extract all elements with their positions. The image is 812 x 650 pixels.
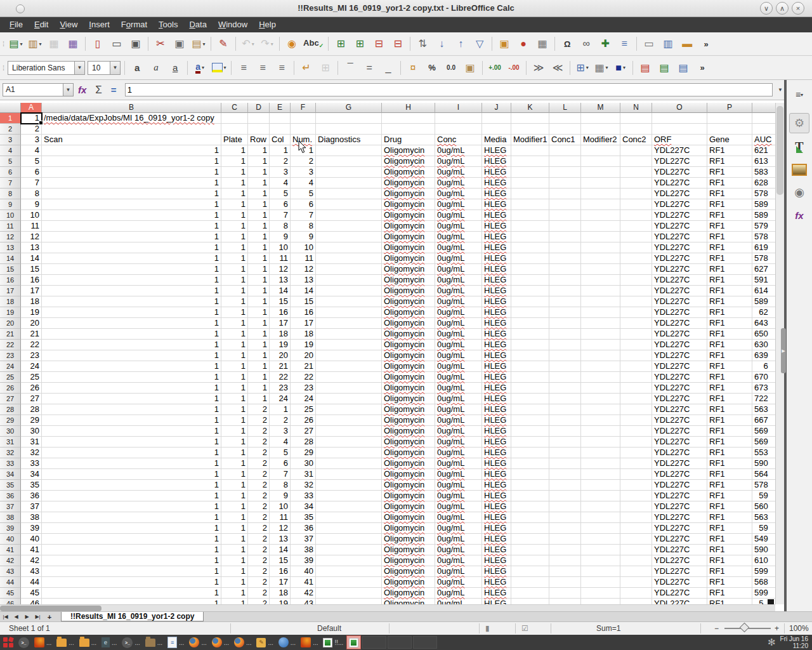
cell-K37[interactable]: [511, 501, 549, 512]
cell-M19[interactable]: [581, 307, 620, 318]
merge-cells-button[interactable]: ⊞: [317, 59, 334, 77]
cell-K10[interactable]: [511, 210, 549, 221]
cell-F17[interactable]: 14: [291, 286, 316, 296]
cell-Q5[interactable]: 613: [752, 156, 775, 167]
cell-E25[interactable]: 22: [270, 372, 291, 383]
cell-N21[interactable]: [620, 329, 652, 340]
cell-I33[interactable]: 0ug/mL: [435, 458, 482, 469]
cell-N22[interactable]: [620, 340, 652, 350]
cell-M2[interactable]: [581, 124, 620, 135]
cell-N43[interactable]: [620, 566, 652, 577]
sidebar-styles-button[interactable]: T: [790, 137, 809, 156]
cell-E23[interactable]: 20: [270, 350, 291, 361]
cell-J10[interactable]: HLEG: [482, 210, 511, 221]
cell-I34[interactable]: 0ug/mL: [435, 469, 482, 480]
cell-M1[interactable]: [581, 113, 620, 124]
cell-D29[interactable]: 2: [248, 415, 270, 426]
cell-I9[interactable]: 0ug/mL: [435, 199, 482, 210]
cell-N7[interactable]: [620, 178, 652, 189]
cell-C32[interactable]: 1: [221, 448, 248, 458]
cell-P42[interactable]: RF1: [707, 555, 752, 566]
cell-Q15[interactable]: 627: [752, 264, 775, 275]
cell-M30[interactable]: [581, 426, 620, 437]
cell-Q41[interactable]: 590: [752, 545, 775, 555]
cell-M20[interactable]: [581, 318, 620, 329]
cell-L39[interactable]: [549, 523, 581, 534]
cell-G25[interactable]: [316, 372, 382, 383]
cell-K45[interactable]: [511, 588, 549, 599]
find-replace-button[interactable]: ◉: [283, 35, 301, 53]
cell-P20[interactable]: RF1: [707, 318, 752, 329]
cell-P30[interactable]: RF1: [707, 426, 752, 437]
cell-O32[interactable]: YDL227C: [652, 448, 707, 458]
save-as-button[interactable]: ▦: [64, 35, 82, 53]
name-box-dropdown-icon[interactable]: ▼: [63, 83, 74, 96]
cell-K5[interactable]: [511, 156, 549, 167]
cell-O45[interactable]: YDL227C: [652, 588, 707, 599]
cell-Q30[interactable]: 569: [752, 426, 775, 437]
cell-I46[interactable]: 0ug/mL: [435, 599, 482, 604]
row-header-2[interactable]: 2: [0, 124, 21, 135]
menu-help[interactable]: Help: [253, 17, 282, 32]
cell-P33[interactable]: RF1: [707, 458, 752, 469]
cell-A46[interactable]: 46: [21, 599, 42, 604]
cell-M15[interactable]: [581, 264, 620, 275]
cell-Q39[interactable]: 59: [752, 523, 775, 534]
cell-K18[interactable]: [511, 296, 549, 307]
cell-B34[interactable]: 1: [42, 469, 221, 480]
cell-N36[interactable]: [620, 491, 652, 501]
cell-P43[interactable]: RF1: [707, 566, 752, 577]
cell-D14[interactable]: 1: [248, 253, 270, 264]
cell-C39[interactable]: 1: [221, 523, 248, 534]
cell-J23[interactable]: HLEG: [482, 350, 511, 361]
cell-L1[interactable]: [549, 113, 581, 124]
cell-O6[interactable]: YDL227C: [652, 167, 707, 178]
cell-B13[interactable]: 1: [42, 242, 221, 253]
row-header-42[interactable]: 42: [0, 555, 21, 566]
cell-G35[interactable]: [316, 480, 382, 491]
cell-P15[interactable]: RF1: [707, 264, 752, 275]
taskbar-item-terminal[interactable]: >_...: [120, 635, 141, 649]
cell-A2[interactable]: 2: [21, 124, 42, 135]
cell-K40[interactable]: [511, 534, 549, 545]
cell-L20[interactable]: [549, 318, 581, 329]
cell-N31[interactable]: [620, 437, 652, 448]
cell-E33[interactable]: 6: [270, 458, 291, 469]
cut-button[interactable]: ✂: [152, 35, 169, 53]
cell-A40[interactable]: 40: [21, 534, 42, 545]
cell-A45[interactable]: 45: [21, 588, 42, 599]
cell-B8[interactable]: 1: [42, 189, 221, 199]
cell-H7[interactable]: Oligomycin: [382, 178, 435, 189]
row-header-8[interactable]: 8: [0, 189, 21, 199]
cell-G33[interactable]: [316, 458, 382, 469]
cell-J38[interactable]: HLEG: [482, 512, 511, 523]
cell-K11[interactable]: [511, 221, 549, 232]
cell-D32[interactable]: 2: [248, 448, 270, 458]
cell-O16[interactable]: YDL227C: [652, 275, 707, 286]
cell-M43[interactable]: [581, 566, 620, 577]
cell-L6[interactable]: [549, 167, 581, 178]
cell-A15[interactable]: 15: [21, 264, 42, 275]
cell-P24[interactable]: RF1: [707, 361, 752, 372]
cell-I26[interactable]: 0ug/mL: [435, 383, 482, 394]
cell-L3[interactable]: Conc1: [549, 135, 581, 145]
cell-M22[interactable]: [581, 340, 620, 350]
delete-column-button[interactable]: ⊟: [389, 35, 407, 53]
row-header-3[interactable]: 3: [0, 135, 21, 145]
cell-Q42[interactable]: 610: [752, 555, 775, 566]
cell-N32[interactable]: [620, 448, 652, 458]
cell-I28[interactable]: 0ug/mL: [435, 404, 482, 415]
cell-I6[interactable]: 0ug/mL: [435, 167, 482, 178]
row-header-9[interactable]: 9: [0, 199, 21, 210]
cell-F4[interactable]: 1: [291, 145, 316, 156]
cell-P36[interactable]: RF1: [707, 491, 752, 501]
cell-E11[interactable]: 8: [270, 221, 291, 232]
cell-C5[interactable]: 1: [221, 156, 248, 167]
cell-D12[interactable]: 1: [248, 232, 270, 242]
cell-D18[interactable]: 1: [248, 296, 270, 307]
cell-F32[interactable]: 29: [291, 448, 316, 458]
cell-A9[interactable]: 9: [21, 199, 42, 210]
previous-sheet-icon[interactable]: ◀: [11, 612, 22, 621]
row-header-11[interactable]: 11: [0, 221, 21, 232]
cell-J24[interactable]: HLEG: [482, 361, 511, 372]
